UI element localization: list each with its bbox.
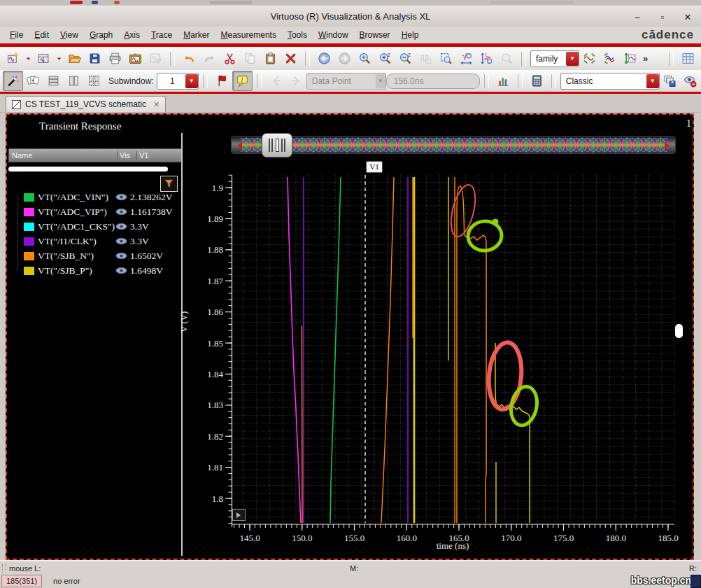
zoom-y-icon[interactable] [476,48,497,69]
maximize-button[interactable]: ▫ [655,9,670,24]
trace-color-swatch[interactable] [24,237,34,246]
trace-row[interactable]: VT("/ADC_VIP")1.161738V [8,204,180,219]
table-view-icon[interactable] [678,48,698,69]
strip-scroll-right-icon[interactable] [665,142,673,149]
grid-layout-icon[interactable] [84,71,104,91]
delete-icon[interactable] [281,48,301,69]
open-folder-icon[interactable] [64,48,85,69]
legend-header-v1[interactable]: V1 [136,151,181,160]
menu-view[interactable]: View [55,28,84,42]
trace-color-swatch[interactable] [24,208,34,216]
visibility-eye-icon[interactable] [115,208,127,216]
print-icon[interactable] [105,48,125,69]
trace-sjbn[interactable] [302,326,303,523]
trace-row[interactable]: VT("/ADC1_CKS")3.3V [8,219,180,234]
snapshot-icon[interactable] [125,48,146,69]
zoom-box-icon[interactable] [436,48,456,69]
menu-help[interactable]: Help [396,28,425,42]
trace-name[interactable]: VT("/ADC1_CKS") [38,221,115,232]
paste-icon[interactable] [260,48,281,69]
strip-scroll-left-icon[interactable] [234,142,242,149]
tab-cs-test-119-vcvs-schematic[interactable]: CS TEST_119_VCVS schematic ✕ [6,96,166,112]
style-combo[interactable]: Classic▼ [560,73,660,90]
trace-row[interactable]: VT("/SJB_P")1.6498V [8,263,180,278]
trace-name[interactable]: VT("/SJB_P") [38,265,115,276]
undo-icon[interactable] [179,48,199,69]
trace-row[interactable]: VT("/I1/CLK")3.3V [8,234,180,248]
v1-marker-label[interactable]: V1 [366,161,383,173]
strip-mode-icon[interactable] [579,48,600,69]
menu-marker[interactable]: Marker [178,28,215,42]
menu-graph[interactable]: Graph [84,28,118,42]
menu-edit[interactable]: Edit [29,28,55,42]
combo-dropdown-icon[interactable]: ▼ [646,74,659,88]
menu-window[interactable]: Window [313,28,354,42]
histogram-icon[interactable] [493,71,514,91]
combo-dropdown-icon[interactable]: ▼ [376,74,385,88]
family-combo[interactable]: family▼ [530,50,579,67]
menu-axis[interactable]: Axis [118,28,146,42]
rows-layout-icon[interactable] [43,71,64,91]
flag-icon[interactable] [212,71,232,91]
wizard-icon[interactable] [3,71,23,91]
menu-trace[interactable]: Trace [146,28,178,42]
trace-color-swatch[interactable] [24,223,34,231]
overview-slider-handle[interactable] [262,133,292,158]
menu-measurements[interactable]: Measurements [215,28,282,42]
cut-icon[interactable] [220,48,240,69]
menu-browser[interactable]: Browser [354,28,396,42]
calculator-icon[interactable] [527,71,547,91]
trace-color-swatch[interactable] [24,193,34,202]
visibility-eye-icon[interactable] [115,223,127,230]
overview-strip[interactable] [231,136,676,154]
trace-row[interactable]: VT("/SJB_N")1.6502V [8,248,180,263]
zoom-x-icon[interactable] [456,48,476,69]
menu-file[interactable]: File [4,28,29,42]
legend-panel-divider[interactable] [181,133,183,556]
legend-header-name[interactable]: Name [9,151,117,160]
waveform-plot-canvas[interactable] [231,175,676,525]
visibility-eye-icon[interactable] [115,237,127,245]
columns-layout-icon[interactable] [64,71,84,91]
trace-name[interactable]: VT("/I1/CLK") [38,236,115,247]
datapoint-combo[interactable]: Data Point▼ [306,73,386,90]
legend-header-vis[interactable]: Vis [117,151,136,160]
y-axis[interactable]: 1.91.891.881.871.861.851.841.831.821.811… [205,172,233,532]
new-waveform-icon[interactable] [3,48,23,69]
visibility-eye-icon[interactable] [115,193,127,201]
close-button[interactable]: ✕ [680,9,695,24]
new-subwindow-icon[interactable] [34,48,54,69]
zoom-out-2x-icon[interactable]: 2 [395,48,416,69]
minimize-button[interactable]: – [630,9,645,24]
zoom-fit-icon[interactable] [355,48,375,69]
trace-name[interactable]: VT("/SJB_N") [38,251,115,262]
trace-row[interactable]: VT("/ADC_VIN")2.138262V [8,190,180,204]
back-icon[interactable] [314,48,334,69]
trace-name[interactable]: VT("/ADC_VIP") [38,206,115,218]
save-icon[interactable] [85,48,105,69]
dropdown-arrow-icon[interactable] [54,48,64,69]
hide-eye-icon[interactable] [680,71,700,91]
plot-play-button[interactable] [232,509,246,521]
combo-dropdown-icon[interactable]: ▼ [566,52,579,66]
trace-color-swatch[interactable] [24,267,34,275]
export-image-icon[interactable] [660,71,680,91]
point-value-field[interactable]: 156.0ns [386,74,480,89]
subwindow-combo[interactable]: 1▼ [157,73,199,90]
combo-dropdown-icon[interactable]: ▼ [185,74,198,88]
dropdown-arrow-icon[interactable] [23,48,34,69]
legend-horizontal-scrollbar[interactable] [8,167,168,172]
trace-color-swatch[interactable] [24,252,34,260]
visibility-eye-icon[interactable] [115,252,127,260]
note-callout-icon[interactable]: i [232,71,253,91]
zoom-in-2x-icon[interactable]: 2 [375,48,395,69]
menu-tools[interactable]: Tools [282,28,313,42]
trace-name[interactable]: VT("/ADC_VIN") [38,192,115,203]
split-mode-icon[interactable] [620,48,640,69]
plot-vertical-scroll-thumb[interactable] [675,324,683,338]
toolbar-overflow[interactable]: » [643,53,648,64]
visibility-eye-icon[interactable] [115,267,127,274]
cards-icon[interactable]: ♥ [23,71,43,91]
overlay-mode-icon[interactable] [600,48,620,69]
tab-close-icon[interactable]: ✕ [153,100,160,109]
